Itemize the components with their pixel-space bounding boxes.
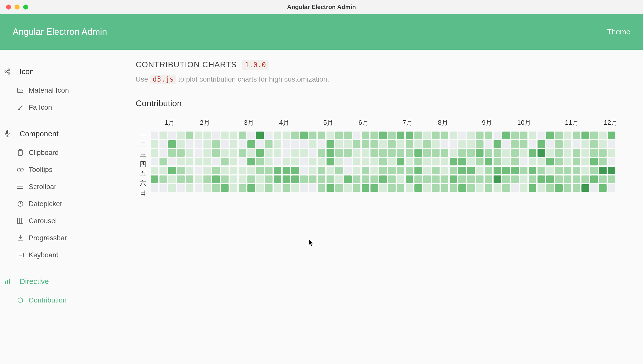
heatmap-cell[interactable] [485, 158, 492, 165]
heatmap-cell[interactable] [529, 132, 536, 139]
heatmap-cell[interactable] [327, 184, 334, 192]
heatmap-cell[interactable] [520, 132, 527, 139]
heatmap-cell[interactable] [335, 149, 343, 157]
heatmap-cell[interactable] [335, 167, 343, 174]
heatmap-cell[interactable] [599, 184, 607, 192]
heatmap-cell[interactable] [502, 184, 510, 192]
heatmap-cell[interactable] [353, 140, 360, 148]
heatmap-cell[interactable] [230, 140, 237, 148]
heatmap-cell[interactable] [186, 184, 193, 192]
heatmap-cell[interactable] [458, 140, 466, 148]
heatmap-cell[interactable] [221, 149, 229, 157]
heatmap-cell[interactable] [362, 149, 369, 157]
heatmap-cell[interactable] [239, 158, 246, 165]
heatmap-cell[interactable] [432, 167, 440, 174]
heatmap-cell[interactable] [168, 175, 176, 183]
sidebar-item-fa-icon[interactable]: Fa Icon [0, 99, 126, 116]
heatmap-cell[interactable] [151, 132, 158, 139]
heatmap-cell[interactable] [370, 132, 378, 139]
heatmap-cell[interactable] [291, 184, 299, 192]
heatmap-cell[interactable] [406, 140, 413, 148]
heatmap-cell[interactable] [564, 140, 571, 148]
heatmap-cell[interactable] [546, 158, 554, 165]
heatmap-cell[interactable] [195, 158, 202, 165]
heatmap-cell[interactable] [379, 132, 387, 139]
heatmap-cell[interactable] [520, 140, 527, 148]
heatmap-cell[interactable] [414, 158, 422, 165]
heatmap-cell[interactable] [309, 175, 316, 183]
heatmap-cell[interactable] [309, 132, 316, 139]
heatmap-cell[interactable] [485, 184, 492, 192]
heatmap-cell[interactable] [520, 158, 527, 165]
heatmap-cell[interactable] [344, 175, 352, 183]
heatmap-cell[interactable] [423, 175, 431, 183]
heatmap-cell[interactable] [397, 175, 404, 183]
heatmap-cell[interactable] [212, 167, 220, 174]
heatmap-cell[interactable] [265, 184, 273, 192]
heatmap-cell[interactable] [344, 158, 352, 165]
heatmap-cell[interactable] [370, 167, 378, 174]
heatmap-cell[interactable] [353, 158, 360, 165]
heatmap-cell[interactable] [520, 167, 527, 174]
heatmap-cell[interactable] [467, 149, 475, 157]
heatmap-cell[interactable] [177, 167, 185, 174]
heatmap-cell[interactable] [450, 167, 457, 174]
heatmap-cell[interactable] [168, 140, 176, 148]
heatmap-cell[interactable] [388, 167, 396, 174]
heatmap-cell[interactable] [564, 167, 571, 174]
heatmap-cell[interactable] [283, 132, 290, 139]
heatmap-cell[interactable] [608, 175, 615, 183]
heatmap-cell[interactable] [414, 175, 422, 183]
heatmap-cell[interactable] [494, 167, 501, 174]
heatmap-cell[interactable] [362, 184, 369, 192]
heatmap-cell[interactable] [327, 132, 334, 139]
heatmap-cell[interactable] [239, 167, 246, 174]
heatmap-cell[interactable] [230, 167, 237, 174]
heatmap-cell[interactable] [300, 167, 308, 174]
heatmap-cell[interactable] [538, 140, 545, 148]
heatmap-cell[interactable] [230, 158, 237, 165]
heatmap-cell[interactable] [467, 132, 475, 139]
heatmap-cell[interactable] [414, 140, 422, 148]
heatmap-cell[interactable] [397, 140, 404, 148]
heatmap-cell[interactable] [502, 167, 510, 174]
heatmap-cell[interactable] [230, 132, 237, 139]
heatmap-cell[interactable] [344, 167, 352, 174]
heatmap-cell[interactable] [344, 149, 352, 157]
heatmap-cell[interactable] [564, 175, 571, 183]
heatmap-cell[interactable] [353, 132, 360, 139]
heatmap-cell[interactable] [414, 132, 422, 139]
heatmap-cell[interactable] [573, 167, 580, 174]
heatmap-cell[interactable] [441, 167, 448, 174]
heatmap-cell[interactable] [485, 175, 492, 183]
heatmap-cell[interactable] [529, 149, 536, 157]
heatmap-cell[interactable] [291, 158, 299, 165]
heatmap-cell[interactable] [511, 140, 519, 148]
heatmap-cell[interactable] [397, 149, 404, 157]
heatmap-cell[interactable] [151, 149, 158, 157]
heatmap-cell[interactable] [379, 149, 387, 157]
heatmap-cell[interactable] [239, 184, 246, 192]
heatmap-cell[interactable] [564, 158, 571, 165]
heatmap-cell[interactable] [335, 132, 343, 139]
heatmap-cell[interactable] [379, 175, 387, 183]
heatmap-cell[interactable] [221, 184, 229, 192]
heatmap-cell[interactable] [300, 149, 308, 157]
heatmap-cell[interactable] [388, 158, 396, 165]
heatmap-cell[interactable] [274, 184, 281, 192]
heatmap-cell[interactable] [379, 158, 387, 165]
heatmap-cell[interactable] [230, 149, 237, 157]
heatmap-cell[interactable] [379, 184, 387, 192]
heatmap-cell[interactable] [546, 132, 554, 139]
heatmap-cell[interactable] [327, 149, 334, 157]
heatmap-cell[interactable] [511, 158, 519, 165]
heatmap-cell[interactable] [441, 184, 448, 192]
heatmap-cell[interactable] [212, 140, 220, 148]
heatmap-cell[interactable] [388, 175, 396, 183]
heatmap-cell[interactable] [529, 140, 536, 148]
heatmap-cell[interactable] [414, 167, 422, 174]
heatmap-cell[interactable] [239, 149, 246, 157]
heatmap-cell[interactable] [458, 167, 466, 174]
sidebar-item-carousel[interactable]: Carousel [0, 212, 126, 229]
heatmap-cell[interactable] [318, 149, 325, 157]
